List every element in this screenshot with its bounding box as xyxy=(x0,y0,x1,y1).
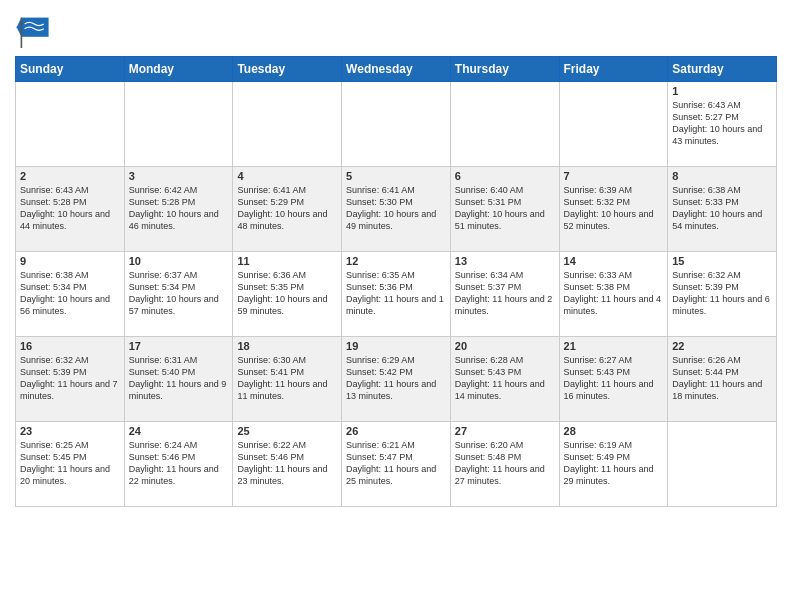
day-number: 5 xyxy=(346,170,446,182)
calendar-cell: 27Sunrise: 6:20 AM Sunset: 5:48 PM Dayli… xyxy=(450,422,559,507)
calendar-cell: 14Sunrise: 6:33 AM Sunset: 5:38 PM Dayli… xyxy=(559,252,668,337)
page: SundayMondayTuesdayWednesdayThursdayFrid… xyxy=(0,0,792,612)
svg-rect-2 xyxy=(21,18,23,48)
day-info: Sunrise: 6:29 AM Sunset: 5:42 PM Dayligh… xyxy=(346,354,446,403)
calendar-table: SundayMondayTuesdayWednesdayThursdayFrid… xyxy=(15,56,777,507)
day-number: 16 xyxy=(20,340,120,352)
day-number: 17 xyxy=(129,340,229,352)
calendar-cell: 20Sunrise: 6:28 AM Sunset: 5:43 PM Dayli… xyxy=(450,337,559,422)
calendar-cell xyxy=(16,82,125,167)
calendar-header-row: SundayMondayTuesdayWednesdayThursdayFrid… xyxy=(16,57,777,82)
day-number: 24 xyxy=(129,425,229,437)
day-number: 13 xyxy=(455,255,555,267)
day-number: 28 xyxy=(564,425,664,437)
calendar-cell: 4Sunrise: 6:41 AM Sunset: 5:29 PM Daylig… xyxy=(233,167,342,252)
day-info: Sunrise: 6:38 AM Sunset: 5:33 PM Dayligh… xyxy=(672,184,772,233)
day-info: Sunrise: 6:27 AM Sunset: 5:43 PM Dayligh… xyxy=(564,354,664,403)
calendar-header-monday: Monday xyxy=(124,57,233,82)
calendar-week-3: 16Sunrise: 6:32 AM Sunset: 5:39 PM Dayli… xyxy=(16,337,777,422)
calendar-header-friday: Friday xyxy=(559,57,668,82)
calendar-cell: 9Sunrise: 6:38 AM Sunset: 5:34 PM Daylig… xyxy=(16,252,125,337)
day-number: 12 xyxy=(346,255,446,267)
day-number: 21 xyxy=(564,340,664,352)
calendar-cell xyxy=(233,82,342,167)
calendar-week-4: 23Sunrise: 6:25 AM Sunset: 5:45 PM Dayli… xyxy=(16,422,777,507)
calendar-cell: 19Sunrise: 6:29 AM Sunset: 5:42 PM Dayli… xyxy=(342,337,451,422)
calendar-cell: 5Sunrise: 6:41 AM Sunset: 5:30 PM Daylig… xyxy=(342,167,451,252)
day-info: Sunrise: 6:34 AM Sunset: 5:37 PM Dayligh… xyxy=(455,269,555,318)
day-info: Sunrise: 6:36 AM Sunset: 5:35 PM Dayligh… xyxy=(237,269,337,318)
day-info: Sunrise: 6:32 AM Sunset: 5:39 PM Dayligh… xyxy=(672,269,772,318)
calendar-header-sunday: Sunday xyxy=(16,57,125,82)
day-info: Sunrise: 6:19 AM Sunset: 5:49 PM Dayligh… xyxy=(564,439,664,488)
calendar-cell: 26Sunrise: 6:21 AM Sunset: 5:47 PM Dayli… xyxy=(342,422,451,507)
calendar-cell xyxy=(559,82,668,167)
calendar-header-wednesday: Wednesday xyxy=(342,57,451,82)
day-info: Sunrise: 6:39 AM Sunset: 5:32 PM Dayligh… xyxy=(564,184,664,233)
logo xyxy=(15,10,59,50)
calendar-cell: 13Sunrise: 6:34 AM Sunset: 5:37 PM Dayli… xyxy=(450,252,559,337)
day-info: Sunrise: 6:37 AM Sunset: 5:34 PM Dayligh… xyxy=(129,269,229,318)
calendar-cell: 18Sunrise: 6:30 AM Sunset: 5:41 PM Dayli… xyxy=(233,337,342,422)
day-info: Sunrise: 6:26 AM Sunset: 5:44 PM Dayligh… xyxy=(672,354,772,403)
calendar-cell: 23Sunrise: 6:25 AM Sunset: 5:45 PM Dayli… xyxy=(16,422,125,507)
day-number: 6 xyxy=(455,170,555,182)
day-info: Sunrise: 6:30 AM Sunset: 5:41 PM Dayligh… xyxy=(237,354,337,403)
day-info: Sunrise: 6:32 AM Sunset: 5:39 PM Dayligh… xyxy=(20,354,120,403)
calendar-cell xyxy=(450,82,559,167)
day-info: Sunrise: 6:40 AM Sunset: 5:31 PM Dayligh… xyxy=(455,184,555,233)
calendar-cell: 11Sunrise: 6:36 AM Sunset: 5:35 PM Dayli… xyxy=(233,252,342,337)
calendar-cell: 17Sunrise: 6:31 AM Sunset: 5:40 PM Dayli… xyxy=(124,337,233,422)
day-info: Sunrise: 6:42 AM Sunset: 5:28 PM Dayligh… xyxy=(129,184,229,233)
calendar-cell: 12Sunrise: 6:35 AM Sunset: 5:36 PM Dayli… xyxy=(342,252,451,337)
calendar-cell: 1Sunrise: 6:43 AM Sunset: 5:27 PM Daylig… xyxy=(668,82,777,167)
day-number: 19 xyxy=(346,340,446,352)
calendar-cell: 2Sunrise: 6:43 AM Sunset: 5:28 PM Daylig… xyxy=(16,167,125,252)
day-number: 23 xyxy=(20,425,120,437)
calendar-header-thursday: Thursday xyxy=(450,57,559,82)
calendar-cell: 8Sunrise: 6:38 AM Sunset: 5:33 PM Daylig… xyxy=(668,167,777,252)
day-number: 9 xyxy=(20,255,120,267)
day-number: 10 xyxy=(129,255,229,267)
day-number: 22 xyxy=(672,340,772,352)
calendar-cell: 22Sunrise: 6:26 AM Sunset: 5:44 PM Dayli… xyxy=(668,337,777,422)
calendar-cell: 25Sunrise: 6:22 AM Sunset: 5:46 PM Dayli… xyxy=(233,422,342,507)
day-info: Sunrise: 6:25 AM Sunset: 5:45 PM Dayligh… xyxy=(20,439,120,488)
day-number: 11 xyxy=(237,255,337,267)
calendar-cell: 24Sunrise: 6:24 AM Sunset: 5:46 PM Dayli… xyxy=(124,422,233,507)
calendar-week-1: 2Sunrise: 6:43 AM Sunset: 5:28 PM Daylig… xyxy=(16,167,777,252)
day-number: 3 xyxy=(129,170,229,182)
calendar-cell: 28Sunrise: 6:19 AM Sunset: 5:49 PM Dayli… xyxy=(559,422,668,507)
day-info: Sunrise: 6:35 AM Sunset: 5:36 PM Dayligh… xyxy=(346,269,446,318)
day-info: Sunrise: 6:41 AM Sunset: 5:29 PM Dayligh… xyxy=(237,184,337,233)
day-number: 25 xyxy=(237,425,337,437)
day-info: Sunrise: 6:24 AM Sunset: 5:46 PM Dayligh… xyxy=(129,439,229,488)
day-number: 1 xyxy=(672,85,772,97)
day-info: Sunrise: 6:28 AM Sunset: 5:43 PM Dayligh… xyxy=(455,354,555,403)
calendar-header-saturday: Saturday xyxy=(668,57,777,82)
svg-marker-0 xyxy=(21,18,48,37)
calendar-cell: 21Sunrise: 6:27 AM Sunset: 5:43 PM Dayli… xyxy=(559,337,668,422)
day-info: Sunrise: 6:22 AM Sunset: 5:46 PM Dayligh… xyxy=(237,439,337,488)
day-number: 18 xyxy=(237,340,337,352)
day-info: Sunrise: 6:33 AM Sunset: 5:38 PM Dayligh… xyxy=(564,269,664,318)
day-info: Sunrise: 6:38 AM Sunset: 5:34 PM Dayligh… xyxy=(20,269,120,318)
day-info: Sunrise: 6:43 AM Sunset: 5:27 PM Dayligh… xyxy=(672,99,772,148)
day-info: Sunrise: 6:31 AM Sunset: 5:40 PM Dayligh… xyxy=(129,354,229,403)
calendar-cell xyxy=(668,422,777,507)
day-number: 15 xyxy=(672,255,772,267)
calendar-header-tuesday: Tuesday xyxy=(233,57,342,82)
day-info: Sunrise: 6:43 AM Sunset: 5:28 PM Dayligh… xyxy=(20,184,120,233)
day-number: 7 xyxy=(564,170,664,182)
calendar-cell xyxy=(124,82,233,167)
calendar-week-2: 9Sunrise: 6:38 AM Sunset: 5:34 PM Daylig… xyxy=(16,252,777,337)
day-number: 4 xyxy=(237,170,337,182)
day-number: 27 xyxy=(455,425,555,437)
header xyxy=(15,10,777,50)
calendar-cell: 6Sunrise: 6:40 AM Sunset: 5:31 PM Daylig… xyxy=(450,167,559,252)
day-number: 14 xyxy=(564,255,664,267)
day-number: 20 xyxy=(455,340,555,352)
day-info: Sunrise: 6:41 AM Sunset: 5:30 PM Dayligh… xyxy=(346,184,446,233)
calendar-week-0: 1Sunrise: 6:43 AM Sunset: 5:27 PM Daylig… xyxy=(16,82,777,167)
calendar-cell: 16Sunrise: 6:32 AM Sunset: 5:39 PM Dayli… xyxy=(16,337,125,422)
